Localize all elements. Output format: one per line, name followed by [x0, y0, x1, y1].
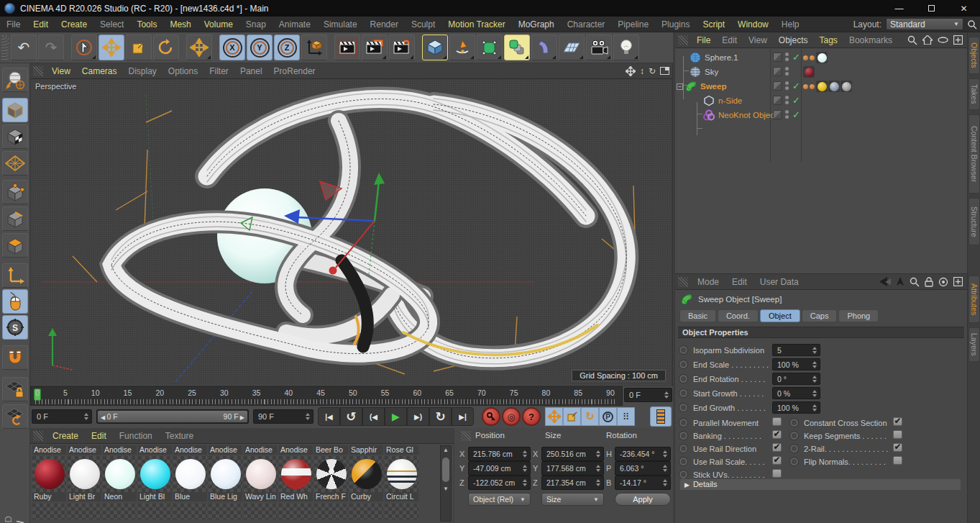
- enabled-check-icon[interactable]: ✓: [792, 81, 800, 91]
- pan-view-icon[interactable]: [626, 66, 636, 76]
- coordinate-mode-dropdown[interactable]: Object (Rel)▼: [468, 493, 531, 506]
- apply-button[interactable]: Apply: [615, 493, 671, 506]
- make-editable-button[interactable]: [2, 68, 28, 92]
- key-position-toggle[interactable]: [545, 407, 563, 426]
- key-rotation-toggle[interactable]: ↻: [581, 407, 599, 426]
- range-end-spinner[interactable]: [304, 413, 311, 420]
- keyframe-dot[interactable]: [679, 404, 687, 411]
- rot-h-field[interactable]: -236.454 °: [615, 447, 671, 461]
- rot-p-spinner[interactable]: [661, 465, 668, 472]
- viewport-menu-options[interactable]: Options: [162, 66, 203, 76]
- next-key-button[interactable]: ▶): [407, 407, 429, 426]
- pos-y-field[interactable]: -47.009 cm: [468, 461, 531, 476]
- current-frame-field[interactable]: 0 F: [624, 388, 672, 402]
- play-loop-button[interactable]: ↻: [429, 407, 452, 426]
- material-name[interactable]: Blue Lig: [209, 492, 242, 501]
- pos-y-spinner[interactable]: [521, 465, 528, 472]
- start-growth-field[interactable]: 0 %: [772, 387, 820, 399]
- material-partial[interactable]: [68, 504, 101, 519]
- layer-toggle[interactable]: [773, 53, 782, 62]
- x-axis-lock-button[interactable]: X: [219, 35, 245, 60]
- viewport-grip[interactable]: [33, 66, 43, 76]
- model-mode-button[interactable]: [2, 98, 28, 122]
- size-x-spinner[interactable]: [595, 450, 601, 458]
- size-z-spinner[interactable]: [595, 479, 601, 486]
- size-y-spinner[interactable]: [595, 465, 601, 472]
- field-spinner[interactable]: [811, 361, 818, 368]
- material-prev-name[interactable]: Anodise: [68, 445, 101, 455]
- material-sphere[interactable]: [211, 459, 241, 489]
- omni-move-tool-button[interactable]: [186, 35, 212, 60]
- menu-mesh[interactable]: Mesh: [163, 19, 197, 29]
- tab-caps[interactable]: Caps: [802, 309, 838, 322]
- keyframe-dot[interactable]: [790, 445, 798, 452]
- material-sphere[interactable]: [175, 459, 206, 489]
- texture-tag[interactable]: [816, 81, 828, 92]
- key-scale-toggle[interactable]: [563, 407, 581, 426]
- texture-tag[interactable]: [828, 81, 840, 92]
- material-partial[interactable]: [103, 504, 137, 519]
- texture-tag[interactable]: [816, 52, 828, 63]
- material-partial[interactable]: [385, 504, 418, 519]
- om-menu-tags[interactable]: Tags: [814, 35, 843, 45]
- tweak-mode-button[interactable]: [2, 289, 28, 314]
- material-sphere[interactable]: [105, 459, 135, 489]
- menu-character[interactable]: Character: [561, 19, 612, 29]
- viewport-menu-filter[interactable]: Filter: [203, 66, 234, 76]
- am-menu-edit[interactable]: Edit: [725, 277, 754, 287]
- two-rail-checkbox[interactable]: ✔: [893, 443, 902, 452]
- viewport-menu-view[interactable]: View: [46, 66, 76, 76]
- material-cell[interactable]: AnodiseRed Wh: [278, 445, 313, 519]
- material-prev-name[interactable]: Anodise: [103, 445, 137, 455]
- keyframe-dot[interactable]: [679, 389, 687, 397]
- viewport-menu-cameras[interactable]: Cameras: [76, 66, 123, 76]
- maximize-button[interactable]: [915, 0, 948, 17]
- material-name[interactable]: Red Wh: [279, 492, 313, 501]
- menu-mograph[interactable]: MoGraph: [512, 19, 561, 29]
- coordinate-system-button[interactable]: [301, 35, 327, 60]
- scroll-up-icon[interactable]: ▲: [443, 446, 449, 455]
- viewport-solo-button[interactable]: S: [2, 315, 28, 340]
- size-x-field[interactable]: 250.516 cm: [541, 447, 604, 461]
- material-name[interactable]: Wavy Lin: [244, 492, 278, 501]
- end-scale-field[interactable]: 100 %: [772, 358, 820, 370]
- menu-help[interactable]: Help: [775, 19, 806, 29]
- object-name[interactable]: Sweep: [700, 82, 726, 91]
- add-cube-button[interactable]: [422, 35, 448, 60]
- dolly-view-icon[interactable]: ↕: [640, 66, 644, 76]
- size-mode-dropdown[interactable]: Size▼: [541, 493, 604, 506]
- phong-tag-icon[interactable]: [803, 55, 808, 60]
- menu-motion-tracker[interactable]: Motion Tracker: [441, 19, 511, 29]
- phong-tag-icon[interactable]: [803, 84, 808, 89]
- material-prev-name[interactable]: Anodise: [173, 445, 207, 455]
- layer-toggle[interactable]: [773, 67, 782, 76]
- material-name[interactable]: Ruby: [32, 492, 66, 501]
- visibility-dots[interactable]: [785, 67, 789, 76]
- material-scrollbar[interactable]: ▲ ▼: [440, 445, 452, 522]
- history-forward-icon[interactable]: [896, 277, 905, 286]
- material-menu-create[interactable]: Create: [46, 431, 85, 441]
- add-panel-icon[interactable]: [953, 35, 963, 45]
- subdivision-surface-button[interactable]: [477, 35, 503, 60]
- add-panel-icon[interactable]: [953, 277, 963, 286]
- goto-end-button[interactable]: ▶|: [452, 407, 474, 426]
- om-menu-file[interactable]: File: [691, 35, 716, 45]
- rot-b-field[interactable]: -14.17 °: [615, 476, 671, 490]
- object-properties-header[interactable]: Object Properties: [678, 327, 964, 338]
- menu-snap[interactable]: Snap: [239, 19, 273, 29]
- flip-normals-checkbox[interactable]: [893, 456, 902, 465]
- range-start-spinner[interactable]: [83, 413, 89, 420]
- keyframe-selection-button[interactable]: ?: [522, 407, 541, 426]
- object-name[interactable]: Sky: [705, 68, 718, 76]
- om-menu-edit[interactable]: Edit: [716, 35, 743, 45]
- object-row-sky[interactable]: Sky: [675, 65, 967, 79]
- object-row-nside[interactable]: n-Side ✓: [675, 94, 967, 108]
- material-partial[interactable]: [173, 504, 207, 519]
- material-cell[interactable]: Rose GlCircuit L: [384, 445, 419, 519]
- visibility-dots[interactable]: [785, 53, 789, 61]
- material-sphere[interactable]: [70, 459, 100, 489]
- menu-render[interactable]: Render: [364, 19, 405, 29]
- material-cell[interactable]: AnodiseLight Br: [67, 445, 102, 519]
- lock-icon[interactable]: [925, 277, 933, 287]
- pos-x-spinner[interactable]: [521, 450, 528, 458]
